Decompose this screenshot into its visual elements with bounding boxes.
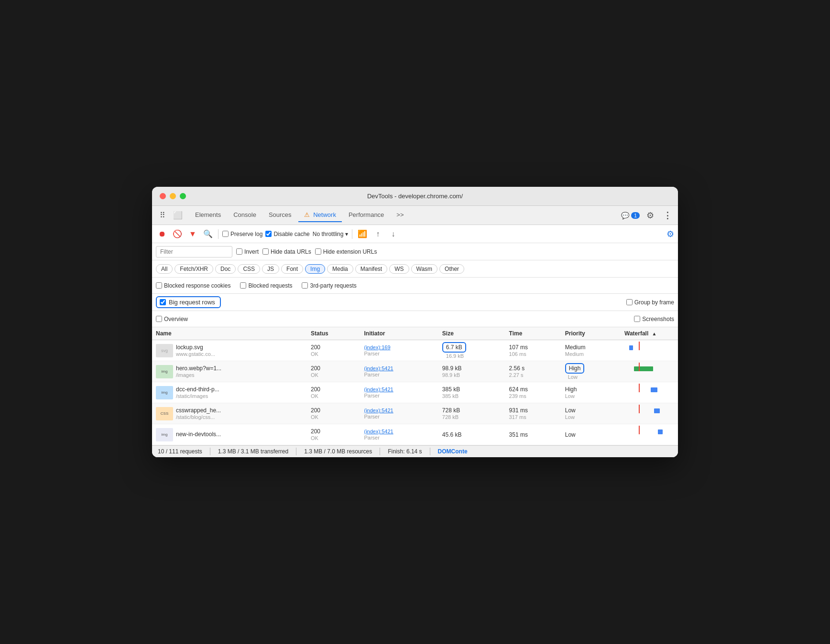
upload-icon[interactable]: ↑: [371, 228, 384, 240]
group-by-frame-label[interactable]: Group by frame: [626, 299, 674, 306]
screenshots-right: Screenshots: [634, 316, 674, 322]
cell-waterfall-3: [621, 403, 678, 424]
hide-ext-urls-checkbox[interactable]: [315, 248, 321, 255]
col-initiator[interactable]: Initiator: [360, 327, 438, 340]
table-row[interactable]: img hero.webp?w=1... /images 200: [152, 361, 678, 382]
col-status[interactable]: Status: [307, 327, 360, 340]
size-block-1: 98.9 kB 98.9 kB: [442, 365, 502, 378]
pill-doc[interactable]: Doc: [215, 264, 236, 274]
group-by-frame-checkbox[interactable]: [626, 299, 633, 305]
big-request-rows-checkbox[interactable]: [160, 299, 166, 305]
pill-ws[interactable]: WS: [389, 264, 409, 274]
cell-time-0: 107 ms 106 ms: [505, 340, 561, 361]
pill-css[interactable]: CSS: [238, 264, 260, 274]
record-button[interactable]: ⏺: [156, 228, 168, 240]
tab-elements[interactable]: Elements: [189, 208, 227, 222]
col-time[interactable]: Time: [505, 327, 561, 340]
filter-input[interactable]: [156, 246, 232, 258]
network-table: Name Status Initiator Size Time Priority…: [152, 327, 678, 445]
tab-sources[interactable]: Sources: [263, 208, 297, 222]
cell-time-1: 2.56 s 2.27 s: [505, 361, 561, 382]
status-bar: 10 / 111 requests 1.3 MB / 3.1 MB transf…: [152, 445, 678, 457]
toolbar-sep-2: [352, 229, 352, 239]
name-block-2: dcc-end-third-p... /static/images: [176, 386, 219, 399]
download-icon[interactable]: ↓: [387, 228, 399, 240]
cell-name-4: img new-in-devtools...: [152, 424, 307, 445]
preserve-log-checkbox[interactable]: [222, 231, 229, 237]
big-request-rows-wrapper: Big request rows: [156, 296, 221, 308]
table-row[interactable]: CSS csswrapped_he... /static/blog/css...: [152, 403, 678, 424]
pill-manifest[interactable]: Manifest: [355, 264, 387, 274]
invert-label[interactable]: Invert: [236, 248, 259, 255]
minimize-button[interactable]: [170, 193, 176, 199]
screenshots-label[interactable]: Screenshots: [634, 316, 674, 322]
maximize-button[interactable]: [180, 193, 186, 199]
cell-status-4: 200 OK: [307, 424, 360, 445]
col-priority[interactable]: Priority: [561, 327, 621, 340]
size-block-0: 6.7 kB 16.9 kB: [442, 342, 502, 359]
col-waterfall[interactable]: Waterfall ▲: [621, 327, 678, 340]
toolbar: ⏺ 🚫 ▼ 🔍 Preserve log Disable cache No th…: [152, 225, 678, 243]
overview-checkbox[interactable]: [156, 316, 162, 322]
table-row[interactable]: img dcc-end-third-p... /static/images 20: [152, 382, 678, 403]
blocked-requests-label[interactable]: Blocked requests: [240, 282, 292, 289]
disable-cache-label[interactable]: Disable cache: [265, 231, 309, 237]
hide-data-urls-label[interactable]: Hide data URLs: [262, 248, 311, 255]
wifi-icon[interactable]: 📶: [356, 228, 369, 240]
filter-button[interactable]: ▼: [186, 228, 199, 240]
pill-all[interactable]: All: [156, 264, 173, 274]
pill-fetch-xhr[interactable]: Fetch/XHR: [175, 264, 213, 274]
pill-media[interactable]: Media: [327, 264, 353, 274]
size-block-2: 385 kB 385 kB: [442, 386, 502, 399]
tab-network[interactable]: ⚠ ⚠ Network Network: [298, 208, 342, 222]
pill-other[interactable]: Other: [439, 264, 464, 274]
third-party-checkbox[interactable]: [302, 282, 308, 289]
network-settings-icon[interactable]: ⚙: [666, 229, 674, 239]
invert-checkbox[interactable]: [236, 248, 242, 255]
tab-bar: ⠿ ⬜ Elements Console Sources ⚠ ⚠ Network…: [152, 206, 678, 225]
disable-cache-checkbox[interactable]: [265, 231, 272, 237]
blocked-cookies-label[interactable]: Blocked response cookies: [156, 282, 230, 289]
pill-wasm[interactable]: Wasm: [411, 264, 438, 274]
blocked-requests-checkbox[interactable]: [240, 282, 246, 289]
cell-size-1: 98.9 kB 98.9 kB: [438, 361, 505, 382]
device-toolbar-icon[interactable]: ⬜: [171, 209, 185, 222]
clear-button[interactable]: 🚫: [171, 228, 184, 240]
dom-conte: DOMConte: [438, 448, 468, 455]
cell-name-3: CSS csswrapped_he... /static/blog/css...: [152, 403, 307, 424]
console-badge-button[interactable]: 💬 1: [621, 212, 640, 219]
waterfall-sort-icon: ▲: [652, 331, 657, 336]
devtools-body: ⠿ ⬜ Elements Console Sources ⚠ ⚠ Network…: [152, 206, 678, 457]
thumbnail-2: img: [156, 386, 173, 399]
overview-label[interactable]: Overview: [156, 316, 188, 322]
pill-img[interactable]: Img: [305, 264, 325, 274]
col-name[interactable]: Name: [152, 327, 307, 340]
inspect-icon[interactable]: ⠿: [156, 209, 169, 222]
preserve-log-label[interactable]: Preserve log: [222, 231, 262, 237]
hide-data-urls-checkbox[interactable]: [262, 248, 269, 255]
tab-console[interactable]: Console: [228, 208, 262, 222]
transferred-size: 1.3 MB / 3.1 MB transferred: [218, 448, 288, 455]
status-sep-3: [380, 448, 380, 455]
search-button[interactable]: 🔍: [202, 228, 214, 240]
blocked-cookies-checkbox[interactable]: [156, 282, 162, 289]
table-row[interactable]: img new-in-devtools... 200: [152, 424, 678, 445]
hide-ext-urls-label[interactable]: Hide extension URLs: [315, 248, 377, 255]
name-block-4: new-in-devtools...: [176, 431, 221, 438]
settings-icon[interactable]: ⚙: [644, 209, 657, 222]
cell-status-1: 200 OK: [307, 361, 360, 382]
table-row[interactable]: svg lockup.svg www.gstatic.co... 200: [152, 340, 678, 361]
screenshots-checkbox[interactable]: [634, 316, 640, 322]
tab-right: 💬 1 ⚙ ⋮: [621, 209, 674, 222]
table-scroll[interactable]: Name Status Initiator Size Time Priority…: [152, 327, 678, 445]
tab-more[interactable]: >>: [391, 208, 409, 222]
console-badge: 1: [631, 212, 640, 219]
tab-performance[interactable]: Performance: [343, 208, 390, 222]
third-party-label[interactable]: 3rd-party requests: [302, 282, 356, 289]
throttle-dropdown[interactable]: No throttling ▾: [313, 231, 349, 237]
col-size[interactable]: Size: [438, 327, 505, 340]
pill-font[interactable]: Font: [281, 264, 303, 274]
more-options-icon[interactable]: ⋮: [661, 209, 674, 222]
close-button[interactable]: [160, 193, 166, 199]
pill-js[interactable]: JS: [262, 264, 279, 274]
